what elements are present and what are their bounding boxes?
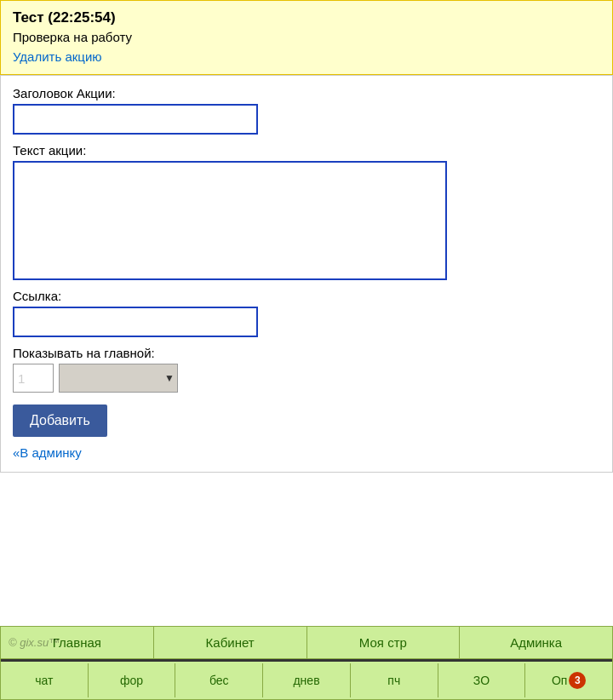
nav-top-item-nav-admin[interactable]: Админка: [460, 627, 612, 658]
delete-action-link[interactable]: Удалить акцию: [13, 49, 102, 64]
nav-bottom-row: чатфорбесдневпчЗООп 3: [1, 662, 612, 699]
nav-top-item-nav-cabinet[interactable]: Кабинет: [154, 627, 307, 658]
nav-bottom-item-nav-pm[interactable]: пч: [351, 663, 438, 697]
bottom-navigation: ГлавнаяКабинетМоя стрАдминка чатфорбесдн…: [0, 626, 613, 700]
nav-bottom-item-nav-diary[interactable]: днев: [263, 663, 351, 697]
back-to-admin-link[interactable]: «В админку: [13, 445, 82, 460]
show-select-wrapper: ▼: [59, 364, 178, 393]
notice-box: Тест (22:25:54) Проверка на работу Удали…: [0, 0, 613, 75]
nav-bottom-item-nav-bes[interactable]: бес: [175, 663, 263, 697]
add-button[interactable]: Добавить: [13, 405, 107, 437]
notice-description: Проверка на работу: [13, 30, 600, 44]
nav-bottom-item-nav-forum[interactable]: фор: [89, 663, 176, 697]
title-label: Заголовок Акции:: [13, 86, 600, 100]
nav-bottom-item-nav-on[interactable]: Оп 3: [525, 662, 612, 699]
text-label: Текст акции:: [13, 143, 600, 158]
nav-top-item-nav-mypage[interactable]: Моя стр: [307, 627, 461, 658]
link-input[interactable]: [13, 307, 258, 337]
notice-title: Тест (22:25:54): [13, 9, 600, 26]
show-select[interactable]: [59, 364, 178, 393]
on-count-badge: 3: [569, 672, 586, 689]
nav-bottom-item-nav-chat[interactable]: чат: [1, 663, 89, 697]
text-textarea[interactable]: [13, 161, 447, 280]
on-badge-wrapper: Оп 3: [527, 672, 610, 689]
show-main-label: Показывать на главной:: [13, 346, 600, 360]
nav-top-row: ГлавнаяКабинетМоя стрАдминка: [1, 627, 612, 659]
link-label: Ссылка:: [13, 289, 600, 303]
show-main-row: ▼: [13, 364, 600, 393]
nav-bottom-item-nav-zo[interactable]: ЗО: [438, 663, 526, 697]
title-input[interactable]: [13, 104, 258, 135]
form-area: Заголовок Акции: Текст акции: Ссылка: По…: [0, 75, 613, 473]
show-number-input[interactable]: [13, 364, 54, 393]
back-link-area: «В админку: [13, 445, 600, 460]
nav-top-item-nav-home[interactable]: Главная: [1, 627, 154, 658]
